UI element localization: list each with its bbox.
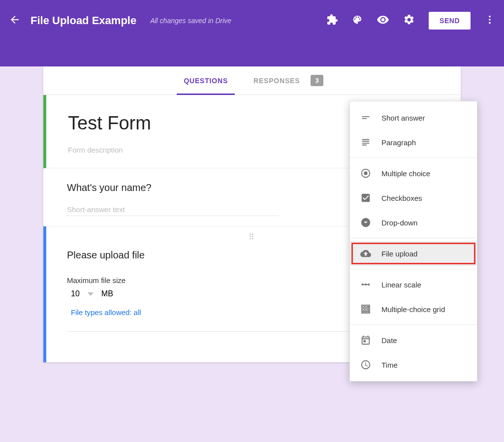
tabs: QUESTIONS RESPONSES 3 [43, 66, 461, 95]
max-file-size-value: 10 [71, 289, 80, 298]
dropdown-item-label: Paragraph [381, 138, 416, 147]
cloud-upload-icon [360, 248, 372, 259]
chevron-down-icon [88, 292, 94, 296]
dropdown-item-short-answer[interactable]: Short answer [350, 105, 477, 130]
dropdown-item-label: File upload [381, 250, 417, 258]
dropdown-divider [350, 324, 477, 325]
short-answer-icon [360, 112, 372, 123]
preview-icon[interactable] [377, 13, 389, 28]
dropdown-item-label: Short answer [381, 114, 425, 122]
svg-point-4 [364, 171, 367, 175]
radio-icon [360, 168, 372, 179]
dropdown-item-linear-scale[interactable]: Linear scale [350, 272, 477, 297]
tab-questions[interactable]: QUESTIONS [181, 67, 231, 95]
dropdown-item-mc-grid[interactable]: Multiple-choice grid [350, 297, 477, 321]
svg-point-2 [489, 22, 491, 24]
short-answer-placeholder: Short-answer text [67, 205, 279, 216]
dropdown-item-label: Drop-down [381, 219, 417, 227]
clock-icon [360, 359, 372, 370]
dropdown-item-paragraph[interactable]: Paragraph [350, 130, 477, 155]
dropdown-item-label: Linear scale [381, 281, 421, 289]
dropdown-item-label: Multiple-choice grid [381, 305, 445, 314]
responses-badge: 3 [311, 75, 323, 86]
dropdown-item-date[interactable]: Date [350, 328, 477, 352]
dropdown-item-label: Date [381, 336, 397, 345]
dropdown-divider [350, 269, 477, 269]
calendar-icon [360, 335, 372, 346]
dropdown-divider [350, 158, 477, 158]
tab-responses[interactable]: RESPONSES [251, 67, 303, 95]
linear-scale-icon [360, 279, 372, 290]
paragraph-icon [360, 137, 372, 148]
settings-icon[interactable] [403, 14, 415, 28]
palette-icon[interactable] [352, 14, 363, 27]
svg-rect-9 [363, 284, 369, 285]
more-icon[interactable] [484, 14, 495, 27]
dropdown-item-drop-down[interactable]: Drop-down [350, 210, 477, 235]
dropdown-item-checkboxes[interactable]: Checkboxes [350, 186, 477, 210]
checkbox-icon [360, 192, 372, 203]
save-status: All changes saved in Drive [150, 17, 231, 25]
dropdown-item-time[interactable]: Time [350, 352, 477, 377]
max-file-size-unit: MB [101, 289, 113, 298]
dropdown-item-file-upload[interactable]: File upload [350, 241, 477, 266]
question-type-dropdown: Short answer Paragraph Multiple choice C… [349, 101, 477, 381]
top-bar: File Upload Example All changes saved in… [0, 0, 504, 66]
addons-icon[interactable] [326, 14, 338, 28]
dropdown-item-label: Multiple choice [381, 169, 430, 178]
form-name[interactable]: File Upload Example [31, 14, 136, 27]
dropdown-item-label: Checkboxes [381, 194, 422, 202]
send-button[interactable]: SEND [429, 12, 471, 30]
back-arrow-icon[interactable] [9, 14, 21, 28]
dropdown-item-multiple-choice[interactable]: Multiple choice [350, 161, 477, 186]
grid-icon [360, 304, 372, 315]
dropdown-item-label: Time [381, 361, 398, 369]
svg-point-0 [489, 16, 491, 18]
svg-point-1 [489, 19, 491, 21]
dropdown-icon [360, 217, 372, 228]
dropdown-divider [350, 238, 477, 238]
